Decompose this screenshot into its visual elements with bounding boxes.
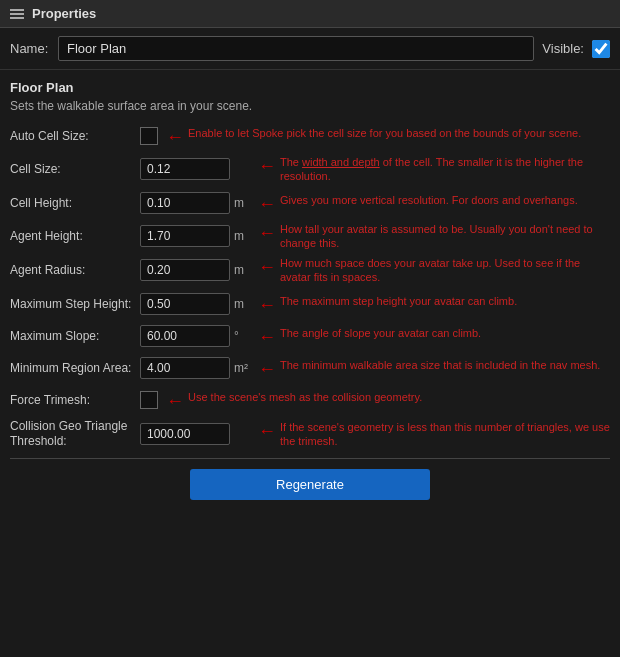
section-description: Sets the walkable surface area in your s…: [10, 99, 610, 113]
unit-max-slope: °: [234, 329, 250, 343]
annotation-cell-size: ← The width and depth of the cell. The s…: [258, 155, 610, 184]
unit-cell-height: m: [234, 196, 250, 210]
label-min-region-area: Minimum Region Area:: [10, 361, 140, 375]
arrow-icon: ←: [258, 328, 276, 346]
annotation-text-agent-radius: How much space does your avatar take up.…: [280, 256, 610, 285]
annotation-collision-geo-triangle: ← If the scene's geometry is less than t…: [258, 420, 610, 449]
label-agent-height: Agent Height:: [10, 229, 140, 243]
unit-min-region-area: m²: [234, 361, 250, 375]
input-cell-size[interactable]: [140, 158, 230, 180]
row-cell-size: Cell Size: ← The width and depth of the …: [10, 155, 610, 184]
row-max-slope: Maximum Slope: ° ← The angle of slope yo…: [10, 323, 610, 349]
annotation-auto-cell-size: ← Enable to let Spoke pick the cell size…: [166, 126, 610, 146]
name-input[interactable]: [58, 36, 534, 61]
name-row: Name: Visible:: [0, 28, 620, 70]
row-auto-cell-size: Auto Cell Size: ← Enable to let Spoke pi…: [10, 123, 610, 149]
regenerate-button[interactable]: Regenerate: [190, 469, 430, 500]
annotation-text-auto-cell-size: Enable to let Spoke pick the cell size f…: [188, 126, 581, 140]
row-agent-height: Agent Height: m ← How tall your avatar i…: [10, 222, 610, 251]
name-label: Name:: [10, 41, 50, 56]
checkbox-auto-cell-size[interactable]: [140, 127, 158, 145]
input-cell-height[interactable]: [140, 192, 230, 214]
annotation-max-step-height: ← The maximum step height your avatar ca…: [258, 294, 610, 314]
label-max-slope: Maximum Slope:: [10, 329, 140, 343]
annotation-agent-radius: ← How much space does your avatar take u…: [258, 256, 610, 285]
row-cell-height: Cell Height: m ← Gives you more vertical…: [10, 190, 610, 216]
row-min-region-area: Minimum Region Area: m² ← The minimum wa…: [10, 355, 610, 381]
arrow-icon: ←: [258, 296, 276, 314]
annotation-text-agent-height: How tall your avatar is assumed to be. U…: [280, 222, 610, 251]
annotation-force-trimesh: ← Use the scene's mesh as the collision …: [166, 390, 610, 410]
annotation-text-min-region-area: The minimum walkable area size that is i…: [280, 358, 600, 372]
annotation-text-collision-geo-triangle: If the scene's geometry is less than thi…: [280, 420, 610, 449]
input-collision-geo-triangle[interactable]: [140, 423, 230, 445]
unit-agent-radius: m: [234, 263, 250, 277]
panel-title: Properties: [32, 6, 96, 21]
visible-label: Visible:: [542, 41, 584, 56]
label-max-step-height: Maximum Step Height:: [10, 297, 140, 311]
arrow-icon: ←: [258, 195, 276, 213]
input-max-step-height[interactable]: [140, 293, 230, 315]
arrow-icon: ←: [258, 258, 276, 276]
arrow-icon: ←: [258, 360, 276, 378]
row-max-step-height: Maximum Step Height: m ← The maximum ste…: [10, 291, 610, 317]
input-agent-height[interactable]: [140, 225, 230, 247]
annotation-text-cell-height: Gives you more vertical resolution. For …: [280, 193, 578, 207]
arrow-icon: ←: [258, 422, 276, 440]
annotation-text-cell-size: The width and depth of the cell. The sma…: [280, 155, 610, 184]
label-agent-radius: Agent Radius:: [10, 263, 140, 277]
row-force-trimesh: Force Trimesh: ← Use the scene's mesh as…: [10, 387, 610, 413]
section-title: Floor Plan: [10, 80, 610, 95]
arrow-icon: ←: [258, 224, 276, 242]
arrow-icon: ←: [166, 392, 184, 410]
input-agent-radius[interactable]: [140, 259, 230, 281]
label-force-trimesh: Force Trimesh:: [10, 393, 140, 407]
visible-checkbox[interactable]: [592, 40, 610, 58]
divider: [10, 458, 610, 459]
annotation-cell-height: ← Gives you more vertical resolution. Fo…: [258, 193, 610, 213]
arrow-icon: ←: [258, 157, 276, 175]
input-min-region-area[interactable]: [140, 357, 230, 379]
unit-agent-height: m: [234, 229, 250, 243]
properties-panel: Floor Plan Sets the walkable surface are…: [0, 70, 620, 520]
annotation-agent-height: ← How tall your avatar is assumed to be.…: [258, 222, 610, 251]
annotation-text-force-trimesh: Use the scene's mesh as the collision ge…: [188, 390, 422, 404]
row-collision-geo-triangle: Collision Geo Triangle Threshold: ← If t…: [10, 419, 610, 450]
label-cell-size: Cell Size:: [10, 162, 140, 176]
row-agent-radius: Agent Radius: m ← How much space does yo…: [10, 256, 610, 285]
annotation-text-max-slope: The angle of slope your avatar can climb…: [280, 326, 481, 340]
annotation-min-region-area: ← The minimum walkable area size that is…: [258, 358, 610, 378]
label-auto-cell-size: Auto Cell Size:: [10, 129, 140, 143]
label-cell-height: Cell Height:: [10, 196, 140, 210]
arrow-icon: ←: [166, 128, 184, 146]
unit-max-step-height: m: [234, 297, 250, 311]
annotation-max-slope: ← The angle of slope your avatar can cli…: [258, 326, 610, 346]
checkbox-force-trimesh[interactable]: [140, 391, 158, 409]
input-max-slope[interactable]: [140, 325, 230, 347]
annotation-text-max-step-height: The maximum step height your avatar can …: [280, 294, 517, 308]
menu-icon: [10, 9, 24, 19]
label-collision-geo-triangle: Collision Geo Triangle Threshold:: [10, 419, 140, 450]
title-bar: Properties: [0, 0, 620, 28]
